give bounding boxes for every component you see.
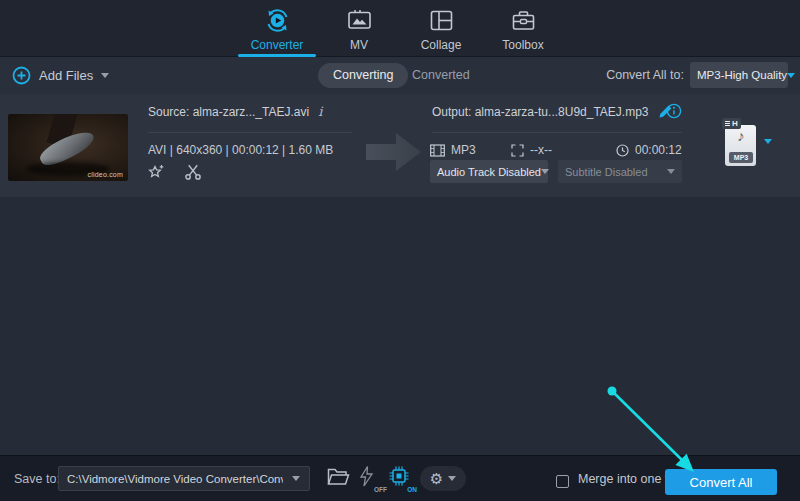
chevron-down-icon[interactable]	[283, 476, 309, 481]
toolbox-icon	[510, 7, 537, 34]
collage-icon	[428, 7, 455, 34]
tab-collage[interactable]: Collage	[400, 0, 482, 57]
tab-converter[interactable]: Converter	[236, 0, 318, 57]
divider	[148, 132, 352, 133]
auto-shutdown-button[interactable]: OFF	[358, 465, 384, 493]
add-files-button[interactable]: Add Files	[12, 57, 109, 94]
tab-converted[interactable]: Converted	[412, 57, 470, 94]
audio-track-dropdown[interactable]: Audio Track Disabled	[430, 160, 548, 183]
save-to-label: Save to:	[14, 456, 60, 501]
divider	[432, 132, 682, 133]
music-note-icon	[722, 127, 760, 144]
watermark-text: clideo.com	[88, 171, 123, 178]
output-duration-group: 00:00:12	[616, 143, 682, 157]
source-meta: AVI | 640x360 | 00:00:12 | 1.60 MB	[148, 143, 333, 157]
output-format-group: MP3	[430, 143, 476, 157]
conversion-arrow-icon	[366, 131, 422, 173]
output-format-value: MP3-High Quality	[697, 69, 787, 81]
lightning-icon	[358, 465, 375, 488]
merge-checkbox[interactable]	[556, 475, 569, 488]
top-navbar: Converter MV Collage	[0, 0, 800, 57]
converter-icon	[264, 7, 291, 34]
output-duration-text: 00:00:12	[635, 143, 682, 157]
chevron-down-icon[interactable]	[101, 73, 109, 78]
output-info-icon[interactable]	[666, 103, 682, 119]
output-format-text: MP3	[451, 143, 476, 157]
profile-chevron-down-icon[interactable]	[764, 139, 772, 144]
subtitle-value: Subtitle Disabled	[565, 166, 648, 178]
plus-circle-icon	[12, 66, 31, 85]
quality-badge-text: H	[732, 118, 738, 129]
subtitle-dropdown[interactable]: Subtitle Disabled	[558, 160, 682, 183]
gear-icon	[430, 471, 443, 486]
resolution-icon	[511, 144, 524, 157]
output-filename: Output: alma-zarza-tu...8U9d_TAEJ.mp3	[432, 105, 649, 119]
video-thumbnail: clideo.com	[8, 114, 128, 181]
lightning-state-label: OFF	[374, 486, 387, 493]
bottom-bar: Save to: C:\Vidmore\Vidmore Video Conver…	[0, 455, 800, 501]
file-format-chip: MP3	[729, 152, 753, 163]
cut-icon[interactable]	[184, 163, 202, 181]
output-profile-icon[interactable]: MP3 H	[722, 118, 760, 168]
source-info-icon[interactable]: i	[318, 104, 322, 119]
output-format-dropdown[interactable]: MP3-High Quality	[690, 62, 788, 88]
hardware-acceleration-button[interactable]: ON	[388, 465, 414, 493]
convert-all-button[interactable]: Convert All	[665, 469, 777, 495]
tab-toolbox-label: Toolbox	[502, 38, 543, 52]
app-window: Converter MV Collage	[0, 0, 800, 501]
acceleration-state-label: ON	[407, 486, 417, 493]
tab-collage-label: Collage	[421, 38, 462, 52]
output-resolution-text: --x--	[530, 143, 552, 157]
mv-icon	[346, 7, 373, 34]
chevron-down-icon	[448, 476, 456, 481]
list-lines-icon	[725, 121, 730, 126]
audio-track-value: Audio Track Disabled	[437, 166, 541, 178]
toolbar: Add Files Converting Converted Convert A…	[0, 57, 800, 94]
chevron-down-icon	[541, 169, 549, 174]
settings-button[interactable]	[420, 466, 466, 491]
chevron-down-icon	[667, 169, 675, 174]
source-filename: Source: alma-zarz..._TAEJ.avi	[148, 105, 309, 119]
tab-converter-label: Converter	[251, 38, 304, 52]
edit-effects-icon[interactable]	[146, 163, 166, 183]
clock-icon	[616, 144, 629, 157]
tab-mv[interactable]: MV	[318, 0, 400, 57]
output-line: Output: alma-zarza-tu...8U9d_TAEJ.mp3	[432, 104, 673, 119]
file-row[interactable]: clideo.com Source: alma-zarz..._TAEJ.avi…	[0, 94, 800, 197]
file-list-empty-area	[0, 197, 800, 455]
add-files-label: Add Files	[39, 68, 93, 83]
tab-converting[interactable]: Converting	[318, 63, 408, 88]
quality-badge: H	[722, 118, 741, 129]
chevron-down-icon	[787, 73, 795, 78]
film-icon	[430, 144, 445, 157]
save-path-dropdown[interactable]: C:\Vidmore\Vidmore Video Converter\Conve…	[58, 466, 310, 491]
source-line: Source: alma-zarz..._TAEJ.avi i	[148, 104, 322, 119]
open-folder-button[interactable]	[326, 465, 352, 493]
tab-toolbox[interactable]: Toolbox	[482, 0, 564, 57]
save-path-value: C:\Vidmore\Vidmore Video Converter\Conve…	[59, 473, 283, 485]
convert-all-to-label: Convert All to:	[606, 57, 684, 94]
tab-mv-label: MV	[350, 38, 368, 52]
output-resolution-group: --x--	[511, 143, 552, 157]
folder-icon	[326, 465, 350, 489]
chip-icon	[388, 465, 410, 487]
